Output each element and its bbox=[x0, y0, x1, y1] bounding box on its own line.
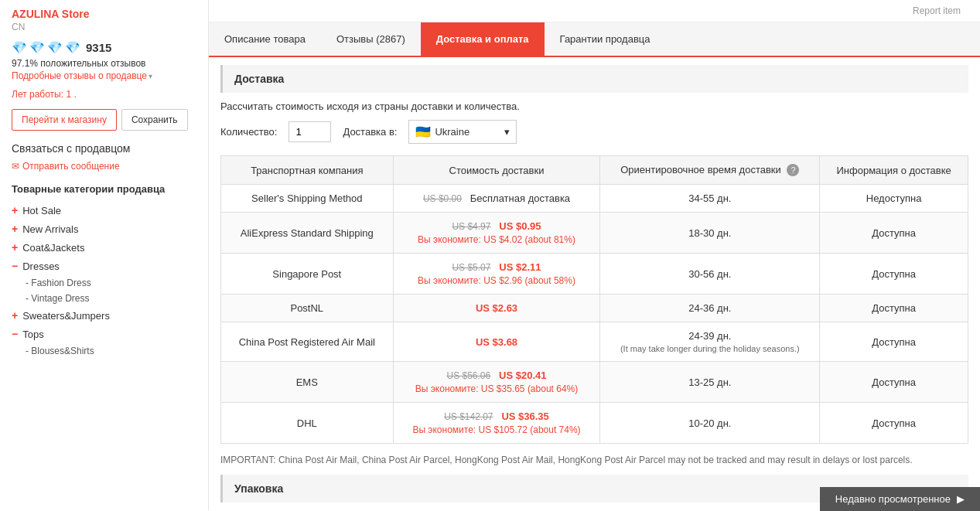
diamond-icon-2: 💎 bbox=[29, 40, 45, 55]
col-cost: Стоимость доставки bbox=[393, 156, 600, 185]
delivery-time: 18-30 дн. bbox=[600, 213, 820, 254]
calc-text: Рассчитать стоимость исходя из страны до… bbox=[220, 100, 968, 112]
shipping-table: Транспортная компания Стоимость доставки… bbox=[220, 155, 968, 444]
tab-description[interactable]: Описание товара bbox=[209, 22, 321, 56]
help-icon[interactable]: ? bbox=[787, 164, 799, 176]
availability: Доступна bbox=[820, 403, 968, 444]
availability: Доступна bbox=[820, 295, 968, 322]
collapse-icon: − bbox=[12, 328, 18, 340]
expand-icon: + bbox=[12, 309, 18, 322]
collapse-icon: − bbox=[12, 260, 18, 272]
carrier-name: DHL bbox=[221, 403, 394, 444]
send-message-link[interactable]: ✉ Отправить сообщение bbox=[12, 161, 196, 172]
cat-coat-jackets[interactable]: + Coat&Jackets bbox=[12, 238, 196, 257]
delivery-content: Доставка Рассчитать стоимость исходя из … bbox=[209, 57, 980, 510]
message-icon: ✉ bbox=[12, 161, 19, 172]
delivery-time: 24-39 дн. (It may take longer during the… bbox=[600, 322, 820, 362]
cat-dresses[interactable]: − Dresses bbox=[12, 257, 196, 275]
important-note: IMPORTANT: China Post Air Mail, China Po… bbox=[220, 453, 968, 467]
recently-viewed-label: Недавно просмотренное bbox=[835, 493, 951, 505]
expand-icon: + bbox=[12, 241, 18, 254]
availability: Доступна bbox=[820, 213, 968, 254]
carrier-name: AliExpress Standard Shipping bbox=[221, 213, 394, 254]
shipping-cost: US $3.68 bbox=[393, 322, 600, 362]
tab-guarantee[interactable]: Гарантии продавца bbox=[545, 22, 666, 56]
cat-hot-sale[interactable]: + Hot Sale bbox=[12, 201, 196, 220]
flag-icon: 🇺🇦 bbox=[415, 124, 431, 139]
table-row: Singapore Post US $5.07 US $2.11 Вы экон… bbox=[221, 254, 968, 295]
positive-rating-text: 97.1% положительных отзывов bbox=[12, 58, 196, 69]
carrier-name: China Post Registered Air Mail bbox=[221, 322, 394, 362]
table-row: DHL US $142.07 US $36.35 Вы экономите: U… bbox=[221, 403, 968, 444]
sub-cat-fashion-dress[interactable]: - Fashion Dress bbox=[12, 275, 196, 291]
col-carrier: Транспортная компания bbox=[221, 156, 394, 185]
delivery-time: 13-25 дн. bbox=[600, 362, 820, 403]
table-row: AliExpress Standard Shipping US $4.97 US… bbox=[221, 213, 968, 254]
shipping-cost: US $0.00 Бесплатная доставка bbox=[393, 185, 600, 213]
col-info: Информация о доставке bbox=[820, 156, 968, 185]
save-button[interactable]: Сохранить bbox=[121, 109, 188, 131]
delivery-time: 34-55 дн. bbox=[600, 185, 820, 213]
cat-tops[interactable]: − Tops bbox=[12, 325, 196, 343]
shipping-cost: US $56.06 US $20.41 Вы экономите: US $35… bbox=[393, 362, 600, 403]
cat-sweaters[interactable]: + Sweaters&Jumpers bbox=[12, 306, 196, 325]
delivery-time: 30-56 дн. bbox=[600, 254, 820, 295]
country-select[interactable]: 🇺🇦 Ukraine ▾ bbox=[408, 120, 517, 144]
table-row: China Post Registered Air Mail US $3.68 … bbox=[221, 322, 968, 362]
store-actions: Перейти к магазину Сохранить bbox=[12, 109, 196, 131]
shipping-cost: US $4.97 US $0.95 Вы экономите: US $4.02… bbox=[393, 213, 600, 254]
sub-cat-vintage-dress[interactable]: - Vintage Dress bbox=[12, 291, 196, 306]
availability: Доступна bbox=[820, 362, 968, 403]
country-name: Ukraine bbox=[435, 126, 470, 138]
tab-delivery[interactable]: Доставка и оплата bbox=[421, 22, 545, 56]
availability: Доступна bbox=[820, 254, 968, 295]
detail-reviews-link[interactable]: Подробные отзывы о продавце ▾ bbox=[12, 70, 196, 81]
shipping-cost: US $5.07 US $2.11 Вы экономите: US $2.96… bbox=[393, 254, 600, 295]
destination-label: Доставка в: bbox=[343, 126, 397, 138]
store-country: CN bbox=[12, 22, 196, 32]
tab-bar: Описание товара Отзывы (2867) Доставка и… bbox=[209, 22, 980, 57]
carrier-name: Singapore Post bbox=[221, 254, 394, 295]
goto-store-button[interactable]: Перейти к магазину bbox=[12, 109, 117, 131]
store-name[interactable]: AZULINA Store bbox=[12, 8, 196, 20]
availability: Недоступна bbox=[820, 185, 968, 213]
carrier-name: Seller's Shipping Method bbox=[221, 185, 394, 213]
main-content: Report item Описание товара Отзывы (2867… bbox=[209, 0, 980, 510]
diamond-icon-4: 💎 bbox=[65, 40, 80, 55]
diamond-icon-3: 💎 bbox=[47, 40, 63, 55]
diamond-icon-1: 💎 bbox=[12, 40, 27, 55]
table-row: EMS US $56.06 US $20.41 Вы экономите: US… bbox=[221, 362, 968, 403]
quantity-label: Количество: bbox=[220, 126, 277, 138]
report-item-link[interactable]: Report item bbox=[901, 2, 972, 20]
chevron-right-icon: ▶ bbox=[957, 493, 965, 505]
contact-seller-title: Связаться с продавцом bbox=[12, 142, 196, 155]
carrier-name: EMS bbox=[221, 362, 394, 403]
categories-title: Товарные категории продавца bbox=[12, 183, 196, 195]
delivery-time: 24-36 дн. bbox=[600, 295, 820, 322]
delivery-section-header: Доставка bbox=[220, 65, 968, 93]
chevron-down-icon: ▾ bbox=[504, 126, 510, 138]
tab-reviews[interactable]: Отзывы (2867) bbox=[321, 22, 421, 56]
delivery-time: 10-20 дн. bbox=[600, 403, 820, 444]
col-time: Ориентировочное время доставки ? bbox=[600, 156, 820, 185]
expand-icon: + bbox=[12, 223, 18, 235]
sub-cat-blouses[interactable]: - Blouses&Shirts bbox=[12, 343, 196, 359]
availability: Доступна bbox=[820, 322, 968, 362]
table-row: Seller's Shipping Method US $0.00 Беспла… bbox=[221, 185, 968, 213]
table-row: PostNL US $2.63 24-36 дн. Доступна bbox=[221, 295, 968, 322]
diamonds-row: 💎 💎 💎 💎 9315 bbox=[12, 40, 196, 55]
cat-new-arrivals[interactable]: + New Arrivals bbox=[12, 220, 196, 238]
shipping-cost: US $2.63 bbox=[393, 295, 600, 322]
years-working: Лет работы: 1 . bbox=[12, 89, 196, 100]
carrier-name: PostNL bbox=[221, 295, 394, 322]
sidebar: AZULINA Store CN 💎 💎 💎 💎 9315 97.1% поло… bbox=[0, 0, 209, 510]
expand-icon: + bbox=[12, 204, 18, 216]
qty-dest-row: Количество: Доставка в: 🇺🇦 Ukraine ▾ bbox=[220, 120, 968, 144]
rating-number: 9315 bbox=[86, 41, 111, 54]
chevron-down-icon: ▾ bbox=[149, 72, 152, 80]
shipping-cost: US $142.07 US $36.35 Вы экономите: US $1… bbox=[393, 403, 600, 444]
top-header: Report item bbox=[209, 0, 980, 22]
quantity-input[interactable] bbox=[289, 121, 331, 142]
recently-viewed-bar[interactable]: Недавно просмотренное ▶ bbox=[820, 487, 980, 510]
